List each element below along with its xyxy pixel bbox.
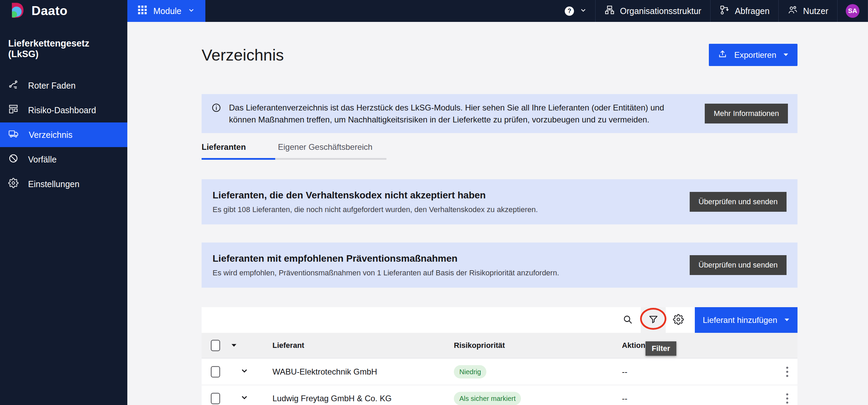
filter-tooltip: Filter (646, 341, 676, 356)
filter-icon (648, 314, 659, 326)
card-title: Lieferanten mit empfohlenen Präventionsm… (213, 253, 559, 264)
info-icon (211, 102, 221, 114)
add-supplier-label: Lieferant hinzufügen (703, 315, 777, 325)
sidebar: Lieferkettengesetz (LkSG) Roter Faden (0, 22, 127, 405)
actions-value: -- (622, 394, 627, 403)
row-expand-button[interactable] (240, 393, 249, 404)
module-label: Module (153, 6, 181, 16)
card-subtitle: Es gibt 108 Lieferanten, die noch nicht … (213, 205, 538, 214)
more-information-button[interactable]: Mehr Informationen (705, 104, 788, 123)
code-of-conduct-card: Lieferanten, die den Verhaltenskodex nic… (202, 179, 797, 224)
prevention-measures-card: Lieferanten mit empfohlenen Präventionsm… (202, 243, 797, 288)
logo-text: Daato (31, 4, 67, 18)
filter-button[interactable] (641, 307, 666, 333)
module-menu-button[interactable]: Module (127, 0, 205, 22)
table-row: Ludwig Freytag GmbH & Co. KG Als sicher … (202, 385, 797, 405)
caret-down-icon (784, 318, 790, 322)
dashboard-icon (8, 104, 18, 116)
add-supplier-button[interactable]: Lieferant hinzufügen (695, 307, 797, 333)
topbar: Daato Module ? (0, 0, 868, 22)
tab-bar: Lieferanten Eigener Geschäftsbereich (202, 140, 797, 160)
nav-label: Abfragen (735, 6, 769, 16)
card-subtitle: Es wird empfohlen, Präventionsmaßnahmen … (213, 269, 559, 277)
nav-organisationsstruktur[interactable]: Organisationsstruktur (595, 0, 710, 22)
sidebar-item-roter-faden[interactable]: Roter Faden (0, 73, 127, 98)
sidebar-item-label: Risiko-Dashboard (28, 105, 96, 115)
chevron-down-icon (579, 6, 587, 15)
supplier-name[interactable]: Ludwig Freytag GmbH & Co. KG (272, 394, 392, 403)
avatar[interactable]: SA (846, 4, 859, 18)
help-icon: ? (565, 6, 574, 16)
review-and-send-button[interactable]: Überprüfen und senden (690, 255, 787, 275)
row-menu-button[interactable] (783, 365, 791, 378)
table-settings-button[interactable] (666, 307, 691, 333)
table-toolbar: Lieferant hinzufügen (202, 307, 797, 333)
card-title: Lieferanten, die den Verhaltenskodex nic… (213, 190, 538, 201)
search-icon (622, 314, 633, 326)
daato-logo: Daato (0, 0, 127, 22)
incident-icon (8, 153, 18, 166)
risk-badge: Als sicher markiert (454, 392, 521, 405)
grid-icon (138, 5, 147, 17)
sidebar-item-label: Verzeichnis (29, 130, 73, 140)
chevron-down-icon (188, 6, 195, 16)
search-button[interactable] (615, 307, 640, 333)
route-icon (8, 79, 18, 92)
info-banner-text: Das Lieferantenverzeichnis ist das Herzs… (229, 102, 693, 126)
caret-down-icon (783, 53, 789, 57)
sidebar-item-label: Einstellungen (28, 179, 79, 189)
truck-icon (8, 129, 19, 141)
export-label: Exportieren (734, 50, 776, 60)
gear-icon (8, 178, 18, 190)
users-icon (788, 5, 798, 17)
nav-label: Organisationsstruktur (620, 6, 701, 16)
select-all-checkbox[interactable] (211, 340, 220, 351)
sidebar-item-verzeichnis[interactable]: Verzeichnis (0, 122, 127, 147)
header-caret-down-icon[interactable] (231, 343, 237, 348)
help-menu[interactable]: ? (557, 0, 595, 22)
gear-icon (673, 314, 684, 326)
sidebar-item-risiko-dashboard[interactable]: Risiko-Dashboard (0, 98, 127, 122)
table-row: WABU-Elektrotechnik GmbH Niedrig -- (202, 358, 797, 385)
tab-lieferanten[interactable]: Lieferanten (202, 140, 275, 160)
actions-value: -- (622, 367, 627, 377)
row-expand-button[interactable] (240, 366, 249, 377)
main-area: Verzeichnis Exportieren (127, 22, 868, 405)
risk-badge: Niedrig (454, 365, 486, 378)
app-window: Daato Module ? (0, 0, 868, 405)
info-banner: Das Lieferantenverzeichnis ist das Herzs… (202, 94, 797, 133)
sidebar-module-title: Lieferkettengesetz (LkSG) (0, 22, 127, 73)
row-menu-button[interactable] (783, 392, 791, 405)
nav-nutzer[interactable]: Nutzer (778, 0, 837, 22)
review-and-send-button[interactable]: Überprüfen und senden (690, 192, 787, 212)
upload-icon (718, 49, 727, 61)
page-title: Verzeichnis (202, 45, 284, 64)
query-flow-icon (719, 5, 730, 17)
sitemap-icon (604, 5, 615, 17)
row-checkbox[interactable] (211, 366, 220, 377)
row-checkbox[interactable] (211, 393, 220, 404)
daato-logo-icon (10, 2, 25, 19)
nav-label: Nutzer (803, 6, 828, 16)
nav-abfragen[interactable]: Abfragen (710, 0, 778, 22)
supplier-name[interactable]: WABU-Elektrotechnik GmbH (272, 367, 377, 377)
sidebar-item-einstellungen[interactable]: Einstellungen (0, 172, 127, 196)
sidebar-item-label: Roter Faden (28, 81, 76, 91)
export-button[interactable]: Exportieren (709, 44, 797, 66)
table-header-row: Lieferant Risikopriorität Aktionen (202, 333, 797, 358)
column-header-risikoprioritaet[interactable]: Risikopriorität (454, 341, 505, 350)
sidebar-nav: Roter Faden Risiko-Dashboard (0, 73, 127, 196)
column-header-lieferant[interactable]: Lieferant (272, 341, 304, 350)
sidebar-item-label: Vorfälle (28, 155, 56, 165)
avatar-container: SA (837, 0, 868, 22)
topbar-right: ? Organisationsstruktur (557, 0, 868, 22)
tab-eigener-geschaeftsbereich[interactable]: Eigener Geschäftsbereich (275, 140, 386, 160)
supplier-table: Lieferant hinzufügen Filter Lieferant Ri… (202, 307, 797, 405)
sidebar-item-vorfaelle[interactable]: Vorfälle (0, 147, 127, 172)
